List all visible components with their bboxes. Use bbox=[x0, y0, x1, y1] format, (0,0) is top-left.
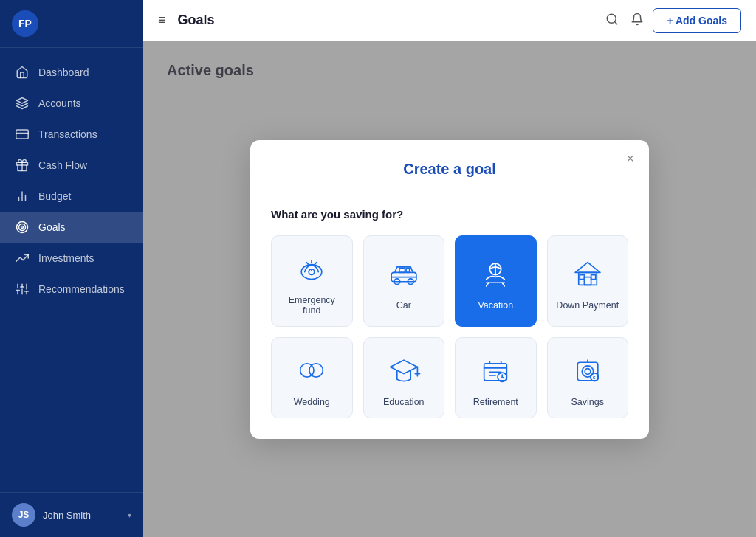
down-payment-icon bbox=[568, 254, 607, 293]
main-content: ≡ Goals + Add Goals Active goals Create … bbox=[143, 0, 756, 537]
svg-rect-1 bbox=[16, 130, 29, 139]
goal-label-retirement: Retirement bbox=[473, 397, 518, 407]
sidebar-item-label: Budget bbox=[38, 190, 71, 202]
trending-up-icon bbox=[15, 251, 30, 266]
sidebar-header: FP bbox=[0, 0, 143, 48]
modal-body: What are you saving for? bbox=[250, 190, 649, 439]
sidebar-item-label: Recommendations bbox=[38, 283, 125, 295]
sidebar-item-label: Cash Flow bbox=[38, 159, 87, 171]
car-icon bbox=[385, 254, 423, 293]
sidebar-item-label: Dashboard bbox=[38, 66, 89, 78]
topbar: ≡ Goals + Add Goals bbox=[143, 0, 756, 41]
svg-line-19 bbox=[615, 21, 617, 24]
modal-close-button[interactable]: × bbox=[626, 152, 634, 165]
credit-card-icon bbox=[15, 127, 30, 142]
goal-label-education: Education bbox=[383, 397, 425, 407]
sidebar-item-label: Goals bbox=[38, 221, 66, 233]
user-profile[interactable]: JS John Smith ▾ bbox=[0, 492, 143, 537]
goal-card-downpayment[interactable]: Down Payment bbox=[547, 235, 629, 327]
svg-point-40 bbox=[309, 363, 323, 376]
sidebar-item-recommendations[interactable]: Recommendations bbox=[0, 274, 143, 305]
svg-marker-41 bbox=[390, 360, 417, 373]
search-icon[interactable] bbox=[605, 13, 619, 29]
svg-rect-27 bbox=[399, 268, 405, 272]
modal-header: Create a goal × bbox=[250, 140, 649, 190]
notification-icon[interactable] bbox=[630, 13, 644, 29]
goal-card-emergency[interactable]: Emergency fund bbox=[271, 235, 353, 327]
wallet-icon bbox=[15, 158, 30, 173]
app-logo: FP bbox=[12, 10, 38, 37]
goal-card-savings[interactable]: $ Savings bbox=[547, 337, 629, 418]
sidebar-item-budget[interactable]: Budget bbox=[0, 181, 143, 212]
svg-point-54 bbox=[582, 365, 593, 376]
sidebar-item-accounts[interactable]: Accounts bbox=[0, 88, 143, 119]
goal-card-wedding[interactable]: Wedding bbox=[271, 337, 353, 418]
goal-label-emergency: Emergency fund bbox=[279, 295, 345, 316]
emergency-fund-icon bbox=[292, 249, 331, 288]
svg-rect-36 bbox=[584, 277, 591, 285]
goal-label-downpayment: Down Payment bbox=[556, 300, 619, 311]
goal-card-car[interactable]: Car bbox=[363, 235, 445, 327]
sidebar-nav: Dashboard Accounts Transactions bbox=[0, 48, 143, 492]
goal-label-wedding: Wedding bbox=[294, 397, 330, 407]
modal-subtitle: What are you saving for? bbox=[271, 208, 628, 221]
sidebar: FP Dashboard Accounts bbox=[0, 0, 143, 537]
goal-card-retirement[interactable]: Retirement bbox=[455, 337, 537, 418]
goal-card-education[interactable]: Education bbox=[363, 337, 445, 418]
svg-point-7 bbox=[19, 224, 26, 231]
goal-label-savings: Savings bbox=[571, 397, 604, 407]
sidebar-item-goals[interactable]: Goals bbox=[0, 212, 143, 243]
retirement-icon bbox=[476, 351, 515, 389]
svg-rect-28 bbox=[406, 268, 410, 272]
home-icon bbox=[15, 65, 30, 80]
bar-chart-icon bbox=[15, 189, 30, 204]
topbar-icons bbox=[605, 13, 644, 29]
modal-overlay: Create a goal × What are you saving for? bbox=[143, 41, 756, 537]
create-goal-modal: Create a goal × What are you saving for? bbox=[250, 140, 649, 439]
savings-icon: $ bbox=[568, 351, 607, 389]
svg-marker-0 bbox=[17, 98, 28, 104]
education-icon bbox=[385, 351, 423, 389]
svg-marker-34 bbox=[575, 262, 600, 272]
sidebar-item-investments[interactable]: Investments bbox=[0, 243, 143, 274]
svg-text:$: $ bbox=[593, 374, 596, 379]
avatar: JS bbox=[12, 503, 35, 527]
goal-label-car: Car bbox=[396, 300, 411, 311]
wedding-icon bbox=[292, 351, 331, 389]
layers-icon bbox=[15, 96, 30, 111]
svg-line-52 bbox=[502, 377, 504, 378]
sliders-icon bbox=[15, 282, 30, 297]
sidebar-item-dashboard[interactable]: Dashboard bbox=[0, 57, 143, 88]
svg-rect-38 bbox=[591, 274, 595, 279]
page-content: Active goals Create a goal × What are yo… bbox=[143, 41, 756, 537]
menu-icon[interactable]: ≡ bbox=[158, 13, 166, 28]
goals-grid: Emergency fund bbox=[271, 235, 628, 418]
sidebar-item-transactions[interactable]: Transactions bbox=[0, 119, 143, 150]
svg-point-55 bbox=[585, 368, 591, 374]
sidebar-item-label: Accounts bbox=[38, 97, 81, 109]
target-icon bbox=[15, 220, 30, 235]
goal-label-vacation: Vacation bbox=[478, 300, 513, 311]
sidebar-item-label: Investments bbox=[38, 252, 94, 264]
chevron-down-icon: ▾ bbox=[128, 511, 131, 519]
add-goals-button[interactable]: + Add Goals bbox=[653, 8, 741, 33]
page-title: Goals bbox=[178, 13, 597, 28]
vacation-icon bbox=[476, 254, 515, 293]
modal-title: Create a goal bbox=[403, 161, 496, 177]
user-name: John Smith bbox=[43, 510, 120, 521]
svg-rect-37 bbox=[580, 274, 584, 279]
goal-card-vacation[interactable]: Vacation bbox=[455, 235, 537, 327]
sidebar-item-cashflow[interactable]: Cash Flow bbox=[0, 150, 143, 181]
sidebar-item-label: Transactions bbox=[38, 128, 97, 140]
svg-point-8 bbox=[21, 226, 24, 229]
